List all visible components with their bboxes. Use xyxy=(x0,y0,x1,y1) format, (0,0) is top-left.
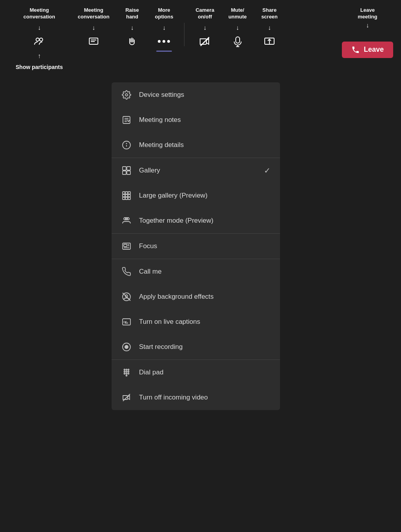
chat-icon xyxy=(87,34,101,49)
svg-point-45 xyxy=(125,345,128,349)
meeting-conversation-label-top: Meetingconversation xyxy=(78,7,110,20)
live-captions-label: Turn on live captions xyxy=(139,318,271,326)
apply-background-label: Apply background effects xyxy=(139,293,271,301)
toolbar-item-share-screen[interactable]: Sharescreen ↓ xyxy=(254,7,285,49)
menu-item-live-captions[interactable]: CC Turn on live captions xyxy=(112,309,280,334)
svg-rect-19 xyxy=(123,167,126,170)
leave-button[interactable]: Leave xyxy=(342,42,393,58)
menu-item-device-settings[interactable]: Device settings xyxy=(112,82,280,107)
toolbar-item-raise-hand[interactable]: Raisehand ↓ xyxy=(117,7,148,49)
focus-icon xyxy=(121,241,132,252)
menu-item-incoming-video[interactable]: Turn off incoming video xyxy=(112,385,280,410)
app-container: Meetingconversation ↓ ↑ Show participant… xyxy=(0,0,401,532)
share-icon xyxy=(262,34,276,49)
toolbar-item-mute[interactable]: Mute/unmute ↓ xyxy=(221,7,254,49)
svg-point-55 xyxy=(126,375,127,376)
share-label-top: Sharescreen xyxy=(261,7,278,20)
menu-item-together-mode[interactable]: Together mode (Preview) xyxy=(112,208,280,233)
meeting-details-label: Meeting details xyxy=(139,141,271,149)
svg-rect-22 xyxy=(127,171,130,174)
menu-item-call-me[interactable]: Call me xyxy=(112,259,280,284)
gallery-label: Gallery xyxy=(139,167,257,174)
mic-icon xyxy=(231,34,245,49)
svg-rect-29 xyxy=(123,197,125,200)
svg-point-47 xyxy=(126,369,127,370)
gear-icon xyxy=(121,89,132,100)
raise-hand-label-top: Raisehand xyxy=(125,7,139,20)
device-settings-label: Device settings xyxy=(139,91,271,99)
leave-label: Leave xyxy=(364,45,384,54)
meeting-notes-label: Meeting notes xyxy=(139,116,271,124)
svg-rect-36 xyxy=(124,244,127,247)
svg-rect-24 xyxy=(125,192,128,194)
incoming-video-label: Turn off incoming video xyxy=(139,394,271,401)
phone-hang-up-icon xyxy=(351,45,360,54)
menu-item-focus[interactable]: Focus xyxy=(112,234,280,259)
dropdown-section-1: Device settings Meeting notes Meeting de… xyxy=(112,82,280,158)
toolbar-item-camera[interactable]: Cameraon/off ↓ xyxy=(188,7,221,49)
participants-label-top: Meetingconversation xyxy=(23,7,55,20)
dropdown-section-3: Focus xyxy=(112,234,280,259)
phone-icon xyxy=(121,266,132,277)
cc-icon: CC xyxy=(121,316,132,327)
toolbar-divider xyxy=(184,23,184,46)
menu-item-gallery[interactable]: Gallery ✓ xyxy=(112,158,280,183)
svg-point-53 xyxy=(126,373,127,374)
start-recording-label: Start recording xyxy=(139,343,271,351)
arrow-down-hand: ↓ xyxy=(131,24,134,31)
notes-icon xyxy=(121,114,132,125)
menu-item-apply-background[interactable]: Apply background effects xyxy=(112,284,280,309)
toolbar-item-show-participants[interactable]: Meetingconversation ↓ ↑ Show participant… xyxy=(8,7,71,71)
arrow-down-more: ↓ xyxy=(163,24,166,31)
svg-rect-26 xyxy=(123,194,125,197)
svg-point-1 xyxy=(40,38,43,41)
info-icon xyxy=(121,140,132,151)
gallery-check-icon: ✓ xyxy=(264,166,271,175)
menu-item-start-recording[interactable]: Start recording xyxy=(112,334,280,360)
svg-point-48 xyxy=(128,369,129,370)
svg-rect-30 xyxy=(125,197,128,200)
leave-label-top: Leavemeeting xyxy=(358,7,378,20)
toolbar-item-meeting-conversation[interactable]: Meetingconversation ↓ xyxy=(71,7,117,49)
dots-icon xyxy=(157,34,171,49)
focus-label: Focus xyxy=(139,242,271,250)
svg-point-54 xyxy=(128,373,129,374)
svg-rect-28 xyxy=(128,194,130,197)
large-gallery-icon xyxy=(121,190,132,201)
svg-point-51 xyxy=(128,371,129,372)
svg-rect-31 xyxy=(128,197,130,200)
svg-point-34 xyxy=(125,218,128,220)
menu-item-meeting-notes[interactable]: Meeting notes xyxy=(112,107,280,133)
svg-line-56 xyxy=(123,394,130,401)
menu-item-meeting-details[interactable]: Meeting details xyxy=(112,133,280,158)
arrow-down-camera: ↓ xyxy=(203,24,206,31)
menu-item-dial-pad[interactable]: Dial pad xyxy=(112,360,280,385)
participants-icon xyxy=(32,34,46,49)
svg-rect-20 xyxy=(127,167,130,170)
toolbar: Meetingconversation ↓ ↑ Show participant… xyxy=(0,0,401,86)
toolbar-item-more-options[interactable]: Moreoptions ↓ xyxy=(148,7,181,49)
video-off-icon xyxy=(121,392,132,403)
dropdown-section-5: Dial pad Turn off incoming video xyxy=(112,360,280,410)
dialpad-icon xyxy=(121,367,132,378)
call-me-label: Call me xyxy=(139,268,271,276)
gallery-icon xyxy=(121,165,132,176)
arrow-down-conversation: ↓ xyxy=(92,24,95,31)
svg-rect-23 xyxy=(123,192,125,194)
menu-item-large-gallery[interactable]: Large gallery (Preview) xyxy=(112,183,280,208)
svg-text:CC: CC xyxy=(123,321,127,323)
more-options-label-top: Moreoptions xyxy=(155,7,173,20)
large-gallery-label: Large gallery (Preview) xyxy=(139,192,271,200)
arrow-down-share: ↓ xyxy=(268,24,271,31)
show-participants-label: Show participants xyxy=(16,64,63,71)
camera-off-icon xyxy=(198,34,212,49)
svg-point-11 xyxy=(125,94,128,96)
hand-icon xyxy=(125,34,139,49)
together-mode-label: Together mode (Preview) xyxy=(139,217,271,225)
dial-pad-label: Dial pad xyxy=(139,369,271,376)
background-icon xyxy=(121,291,132,302)
arrow-down-leave: ↓ xyxy=(366,22,369,29)
svg-rect-25 xyxy=(128,192,130,194)
arrow-down-icon: ↓ xyxy=(38,24,41,31)
svg-point-52 xyxy=(124,373,125,374)
